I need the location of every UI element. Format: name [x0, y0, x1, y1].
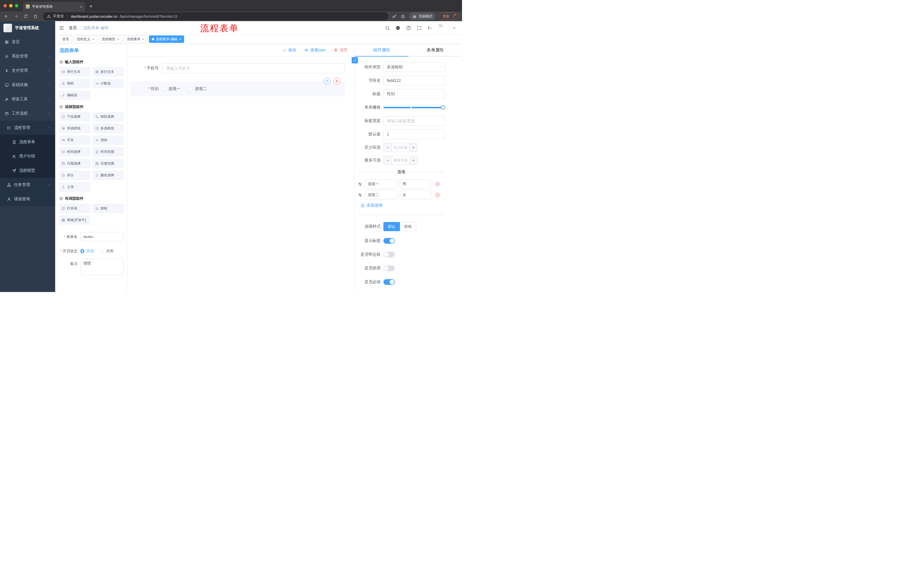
address-bar[interactable]: 不安全 | dashboard.yudao.iocoder.cn/bpm/man…: [43, 12, 389, 20]
component-row-container[interactable]: 行容器: [59, 204, 90, 213]
component-date-picker[interactable]: 日期选择: [59, 159, 90, 168]
avatar-chevron-down-icon[interactable]: [452, 25, 457, 31]
checkbox-option-one[interactable]: 选项一: [162, 86, 180, 91]
component-switch[interactable]: 开关: [59, 136, 90, 145]
add-option-button[interactable]: 添加选项: [361, 203, 445, 208]
panel-link-handle[interactable]: [351, 57, 358, 63]
font-size-icon[interactable]: [427, 25, 432, 31]
window-close-button[interactable]: [3, 4, 7, 7]
max-select-value[interactable]: 最多可选: [392, 156, 409, 165]
default-value-input[interactable]: [383, 130, 445, 139]
component-button[interactable]: 按钮: [93, 204, 124, 213]
breadcrumb-home[interactable]: 首页: [69, 25, 77, 31]
github-icon[interactable]: [395, 25, 401, 31]
fullscreen-icon[interactable]: [417, 25, 422, 31]
component-time-range[interactable]: 时间范围: [93, 147, 124, 156]
new-tab-button[interactable]: +: [89, 3, 92, 9]
drag-handle-icon[interactable]: [358, 192, 363, 197]
tag-process-form[interactable]: 流程表单 ×: [124, 35, 147, 43]
option-value-input[interactable]: [400, 190, 431, 199]
radio-open[interactable]: 开启: [80, 248, 94, 254]
component-rate[interactable]: 评分: [59, 171, 90, 180]
forward-button[interactable]: [12, 13, 20, 20]
decrease-button[interactable]: −: [384, 156, 392, 165]
show-label-toggle[interactable]: [383, 238, 395, 244]
component-date-range[interactable]: 日期范围: [93, 159, 124, 168]
tag-close-icon[interactable]: ×: [92, 38, 94, 41]
component-time-picker[interactable]: 时间选择: [59, 147, 90, 156]
tab-close-icon[interactable]: ×: [80, 5, 82, 9]
tag-home[interactable]: 首页: [59, 35, 72, 43]
min-select-value[interactable]: 至少应选: [392, 143, 409, 152]
back-button[interactable]: [2, 13, 10, 20]
component-type-select[interactable]: 多选框组: [383, 62, 445, 72]
component-password[interactable]: 密码: [59, 79, 90, 88]
canvas-field-gender-selected[interactable]: *性别 选项一 选项二: [130, 81, 345, 96]
avatar[interactable]: [438, 23, 449, 33]
increase-button[interactable]: +: [409, 143, 417, 152]
clear-button[interactable]: 清空: [333, 48, 348, 53]
field-name-input[interactable]: [383, 76, 445, 86]
form-name-input[interactable]: [80, 232, 124, 241]
sidebar-item-user-group[interactable]: 用户分组: [0, 149, 55, 163]
option-style-default-button[interactable]: 默认: [383, 222, 400, 231]
sidebar-item-workflow[interactable]: 工作流程: [0, 106, 55, 120]
component-upload[interactable]: 上传: [59, 183, 90, 191]
search-icon[interactable]: [385, 25, 390, 31]
form-remark-textarea[interactable]: 嘿嘿: [80, 259, 124, 275]
save-button[interactable]: 保存: [282, 48, 296, 53]
component-cascader[interactable]: 级联选择: [93, 112, 124, 121]
delete-component-button[interactable]: [333, 78, 340, 85]
checkbox-option-two[interactable]: 选项二: [188, 86, 207, 91]
tag-close-icon[interactable]: ×: [142, 38, 144, 41]
option-value-input[interactable]: [400, 179, 431, 189]
reload-button[interactable]: [22, 13, 30, 20]
option-name-input[interactable]: [365, 190, 398, 199]
tab-component-properties[interactable]: 组件属性: [355, 44, 409, 56]
copy-component-button[interactable]: [323, 78, 330, 85]
title-input[interactable]: [383, 89, 445, 99]
component-single-line-text[interactable]: 单行文本: [59, 67, 90, 76]
question-icon[interactable]: [406, 25, 411, 31]
component-counter[interactable]: 计数器: [93, 79, 124, 88]
remove-option-icon[interactable]: [435, 182, 440, 187]
component-slider[interactable]: 滑块: [93, 136, 124, 145]
option-style-button-button[interactable]: 按钮: [400, 222, 416, 231]
sidebar-item-process-form[interactable]: 流程表单: [0, 135, 55, 149]
sidebar-item-leave-query[interactable]: 请假查询: [0, 192, 55, 206]
sidebar-item-payment-management[interactable]: 支付管理: [0, 63, 55, 78]
sidebar-item-task-management[interactable]: 任务管理: [0, 178, 55, 192]
sidebar-item-dev-tools[interactable]: 研发工具: [0, 92, 55, 106]
browser-update-chip[interactable]: 更新: [439, 13, 459, 20]
window-minimize-button[interactable]: [9, 4, 13, 7]
window-zoom-button[interactable]: [15, 4, 18, 7]
tab-form-properties[interactable]: 表单属性: [409, 44, 462, 56]
with-border-toggle[interactable]: [383, 252, 395, 257]
disabled-toggle[interactable]: [383, 265, 395, 271]
bookmark-star-icon[interactable]: [401, 14, 405, 19]
form-grid-slider[interactable]: [383, 102, 445, 112]
canvas-field-phone[interactable]: *手机号: [130, 63, 345, 73]
component-multi-line-text[interactable]: 多行文本: [93, 67, 124, 76]
slider-handle[interactable]: [441, 105, 445, 110]
tag-close-icon[interactable]: ×: [179, 38, 182, 41]
component-editor[interactable]: 编辑器: [59, 91, 90, 100]
tag-process-definition[interactable]: 流程定义 ×: [74, 35, 97, 43]
decrease-button[interactable]: −: [384, 143, 392, 152]
option-name-input[interactable]: [365, 179, 398, 189]
component-checkbox-group[interactable]: 多选框组: [93, 124, 124, 133]
remove-option-icon[interactable]: [435, 192, 440, 197]
component-select[interactable]: 下拉选择: [59, 112, 90, 121]
component-radio-group[interactable]: 单选框组: [59, 124, 90, 133]
browser-menu-button[interactable]: [451, 14, 456, 18]
password-key-icon[interactable]: [392, 14, 397, 19]
increase-button[interactable]: +: [409, 156, 417, 165]
browser-tab[interactable]: 芋道管理系统 ×: [23, 2, 85, 12]
sidebar-item-process-management[interactable]: 流程管理: [0, 120, 55, 135]
drag-handle-icon[interactable]: [358, 182, 363, 187]
tag-process-form-edit[interactable]: 流程表单-编辑 ×: [149, 35, 185, 43]
component-table[interactable]: 表格[开发中]: [59, 216, 90, 225]
required-toggle[interactable]: [383, 279, 395, 285]
tag-process-model[interactable]: 流程模型 ×: [99, 35, 122, 43]
sidebar-collapse-icon[interactable]: [59, 25, 64, 31]
